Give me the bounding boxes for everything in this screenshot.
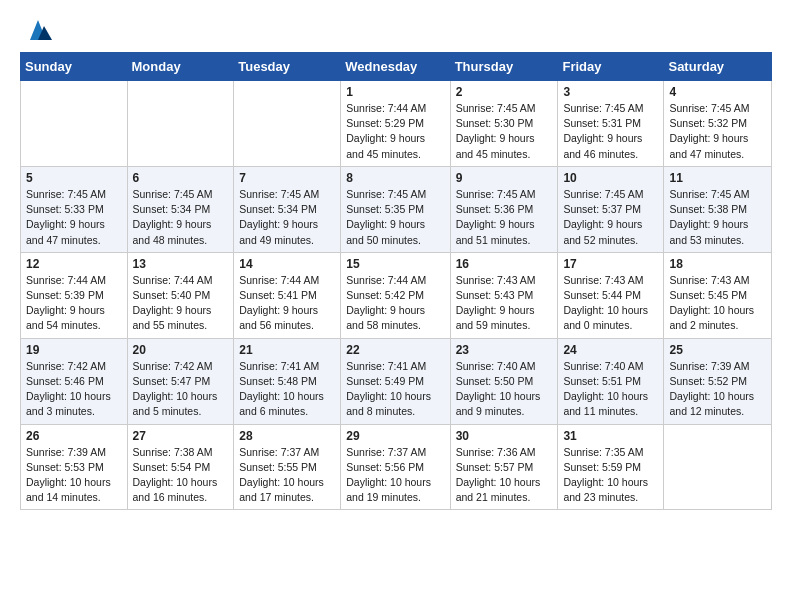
day-cell: 5Sunrise: 7:45 AM Sunset: 5:33 PM Daylig… [21, 166, 128, 252]
day-number: 20 [133, 343, 229, 357]
day-number: 31 [563, 429, 658, 443]
day-number: 4 [669, 85, 766, 99]
day-cell [664, 424, 772, 510]
day-number: 21 [239, 343, 335, 357]
day-cell: 4Sunrise: 7:45 AM Sunset: 5:32 PM Daylig… [664, 81, 772, 167]
weekday-header-monday: Monday [127, 53, 234, 81]
day-cell: 25Sunrise: 7:39 AM Sunset: 5:52 PM Dayli… [664, 338, 772, 424]
day-number: 15 [346, 257, 444, 271]
logo [20, 16, 54, 44]
week-row-1: 1Sunrise: 7:44 AM Sunset: 5:29 PM Daylig… [21, 81, 772, 167]
day-cell: 16Sunrise: 7:43 AM Sunset: 5:43 PM Dayli… [450, 252, 558, 338]
day-cell: 29Sunrise: 7:37 AM Sunset: 5:56 PM Dayli… [341, 424, 450, 510]
day-number: 3 [563, 85, 658, 99]
day-info: Sunrise: 7:41 AM Sunset: 5:48 PM Dayligh… [239, 359, 335, 420]
day-number: 16 [456, 257, 553, 271]
week-row-5: 26Sunrise: 7:39 AM Sunset: 5:53 PM Dayli… [21, 424, 772, 510]
day-number: 5 [26, 171, 122, 185]
day-info: Sunrise: 7:45 AM Sunset: 5:34 PM Dayligh… [239, 187, 335, 248]
day-number: 23 [456, 343, 553, 357]
week-row-4: 19Sunrise: 7:42 AM Sunset: 5:46 PM Dayli… [21, 338, 772, 424]
day-number: 26 [26, 429, 122, 443]
day-cell: 14Sunrise: 7:44 AM Sunset: 5:41 PM Dayli… [234, 252, 341, 338]
weekday-header-saturday: Saturday [664, 53, 772, 81]
day-number: 22 [346, 343, 444, 357]
weekday-header-thursday: Thursday [450, 53, 558, 81]
day-number: 12 [26, 257, 122, 271]
day-number: 29 [346, 429, 444, 443]
day-info: Sunrise: 7:40 AM Sunset: 5:50 PM Dayligh… [456, 359, 553, 420]
day-info: Sunrise: 7:37 AM Sunset: 5:56 PM Dayligh… [346, 445, 444, 506]
day-info: Sunrise: 7:43 AM Sunset: 5:43 PM Dayligh… [456, 273, 553, 334]
day-info: Sunrise: 7:45 AM Sunset: 5:33 PM Dayligh… [26, 187, 122, 248]
day-info: Sunrise: 7:44 AM Sunset: 5:40 PM Dayligh… [133, 273, 229, 334]
day-number: 14 [239, 257, 335, 271]
day-cell: 23Sunrise: 7:40 AM Sunset: 5:50 PM Dayli… [450, 338, 558, 424]
day-number: 7 [239, 171, 335, 185]
day-number: 1 [346, 85, 444, 99]
day-cell: 11Sunrise: 7:45 AM Sunset: 5:38 PM Dayli… [664, 166, 772, 252]
day-cell: 20Sunrise: 7:42 AM Sunset: 5:47 PM Dayli… [127, 338, 234, 424]
day-cell [127, 81, 234, 167]
day-number: 30 [456, 429, 553, 443]
day-info: Sunrise: 7:45 AM Sunset: 5:31 PM Dayligh… [563, 101, 658, 162]
day-number: 8 [346, 171, 444, 185]
day-cell: 1Sunrise: 7:44 AM Sunset: 5:29 PM Daylig… [341, 81, 450, 167]
day-cell: 7Sunrise: 7:45 AM Sunset: 5:34 PM Daylig… [234, 166, 341, 252]
day-cell: 8Sunrise: 7:45 AM Sunset: 5:35 PM Daylig… [341, 166, 450, 252]
day-number: 10 [563, 171, 658, 185]
calendar-table: SundayMondayTuesdayWednesdayThursdayFrid… [20, 52, 772, 510]
day-info: Sunrise: 7:45 AM Sunset: 5:36 PM Dayligh… [456, 187, 553, 248]
day-number: 27 [133, 429, 229, 443]
day-info: Sunrise: 7:37 AM Sunset: 5:55 PM Dayligh… [239, 445, 335, 506]
day-cell: 22Sunrise: 7:41 AM Sunset: 5:49 PM Dayli… [341, 338, 450, 424]
day-number: 28 [239, 429, 335, 443]
day-info: Sunrise: 7:43 AM Sunset: 5:45 PM Dayligh… [669, 273, 766, 334]
day-info: Sunrise: 7:45 AM Sunset: 5:32 PM Dayligh… [669, 101, 766, 162]
day-info: Sunrise: 7:45 AM Sunset: 5:34 PM Dayligh… [133, 187, 229, 248]
day-cell: 26Sunrise: 7:39 AM Sunset: 5:53 PM Dayli… [21, 424, 128, 510]
day-number: 24 [563, 343, 658, 357]
day-info: Sunrise: 7:39 AM Sunset: 5:52 PM Dayligh… [669, 359, 766, 420]
day-info: Sunrise: 7:41 AM Sunset: 5:49 PM Dayligh… [346, 359, 444, 420]
weekday-header-row: SundayMondayTuesdayWednesdayThursdayFrid… [21, 53, 772, 81]
day-number: 19 [26, 343, 122, 357]
day-cell: 17Sunrise: 7:43 AM Sunset: 5:44 PM Dayli… [558, 252, 664, 338]
weekday-header-friday: Friday [558, 53, 664, 81]
header [20, 16, 772, 44]
day-cell: 31Sunrise: 7:35 AM Sunset: 5:59 PM Dayli… [558, 424, 664, 510]
day-cell: 6Sunrise: 7:45 AM Sunset: 5:34 PM Daylig… [127, 166, 234, 252]
day-info: Sunrise: 7:38 AM Sunset: 5:54 PM Dayligh… [133, 445, 229, 506]
day-cell: 12Sunrise: 7:44 AM Sunset: 5:39 PM Dayli… [21, 252, 128, 338]
week-row-3: 12Sunrise: 7:44 AM Sunset: 5:39 PM Dayli… [21, 252, 772, 338]
day-cell [234, 81, 341, 167]
day-cell: 30Sunrise: 7:36 AM Sunset: 5:57 PM Dayli… [450, 424, 558, 510]
day-info: Sunrise: 7:45 AM Sunset: 5:30 PM Dayligh… [456, 101, 553, 162]
day-info: Sunrise: 7:43 AM Sunset: 5:44 PM Dayligh… [563, 273, 658, 334]
day-cell: 27Sunrise: 7:38 AM Sunset: 5:54 PM Dayli… [127, 424, 234, 510]
day-number: 6 [133, 171, 229, 185]
day-info: Sunrise: 7:39 AM Sunset: 5:53 PM Dayligh… [26, 445, 122, 506]
day-cell: 2Sunrise: 7:45 AM Sunset: 5:30 PM Daylig… [450, 81, 558, 167]
day-cell: 24Sunrise: 7:40 AM Sunset: 5:51 PM Dayli… [558, 338, 664, 424]
day-info: Sunrise: 7:44 AM Sunset: 5:39 PM Dayligh… [26, 273, 122, 334]
day-number: 17 [563, 257, 658, 271]
weekday-header-wednesday: Wednesday [341, 53, 450, 81]
day-cell: 18Sunrise: 7:43 AM Sunset: 5:45 PM Dayli… [664, 252, 772, 338]
day-info: Sunrise: 7:42 AM Sunset: 5:46 PM Dayligh… [26, 359, 122, 420]
day-info: Sunrise: 7:36 AM Sunset: 5:57 PM Dayligh… [456, 445, 553, 506]
logo-icon [22, 16, 54, 44]
day-info: Sunrise: 7:44 AM Sunset: 5:29 PM Dayligh… [346, 101, 444, 162]
day-info: Sunrise: 7:44 AM Sunset: 5:41 PM Dayligh… [239, 273, 335, 334]
day-cell: 9Sunrise: 7:45 AM Sunset: 5:36 PM Daylig… [450, 166, 558, 252]
day-info: Sunrise: 7:45 AM Sunset: 5:38 PM Dayligh… [669, 187, 766, 248]
day-info: Sunrise: 7:44 AM Sunset: 5:42 PM Dayligh… [346, 273, 444, 334]
day-number: 25 [669, 343, 766, 357]
main-container: SundayMondayTuesdayWednesdayThursdayFrid… [0, 0, 792, 522]
day-cell: 15Sunrise: 7:44 AM Sunset: 5:42 PM Dayli… [341, 252, 450, 338]
day-cell: 28Sunrise: 7:37 AM Sunset: 5:55 PM Dayli… [234, 424, 341, 510]
day-info: Sunrise: 7:45 AM Sunset: 5:37 PM Dayligh… [563, 187, 658, 248]
day-number: 11 [669, 171, 766, 185]
day-cell: 19Sunrise: 7:42 AM Sunset: 5:46 PM Dayli… [21, 338, 128, 424]
day-cell: 21Sunrise: 7:41 AM Sunset: 5:48 PM Dayli… [234, 338, 341, 424]
